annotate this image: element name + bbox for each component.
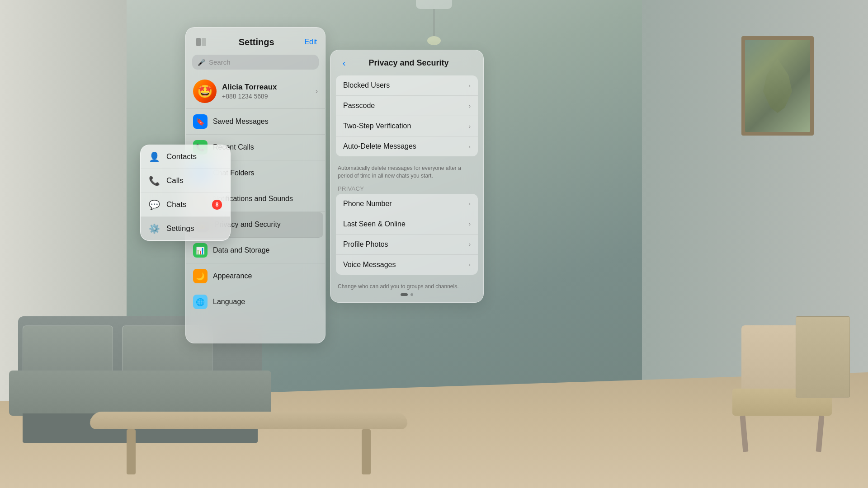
chats-nav-icon: 💬 bbox=[149, 199, 160, 210]
privacy-section-title: Privacy bbox=[330, 182, 483, 194]
privacy-group: Phone Number › Last Seen & Online › Prof… bbox=[336, 194, 478, 275]
scroll-dot-1 bbox=[410, 293, 413, 296]
settings-item-language[interactable]: 🌐 Language bbox=[186, 289, 325, 314]
chats-nav-label: Chats bbox=[166, 200, 186, 209]
contacts-nav-icon: 👤 bbox=[149, 151, 160, 162]
language-label: Language bbox=[213, 298, 318, 306]
ceiling-light bbox=[416, 0, 452, 9]
two-step-label: Two-Step Verification bbox=[343, 122, 469, 130]
light-cord bbox=[434, 9, 434, 36]
leaf-decoration bbox=[760, 59, 796, 113]
nav-item-settings[interactable]: ⚙️ Settings bbox=[141, 217, 230, 240]
svg-rect-1 bbox=[202, 38, 206, 46]
profile-photos-item[interactable]: Profile Photos › bbox=[336, 235, 478, 255]
phone-number-item[interactable]: Phone Number › bbox=[336, 194, 478, 214]
security-group: Blocked Users › Passcode › Two-Step Veri… bbox=[336, 75, 478, 156]
scroll-indicator bbox=[401, 293, 413, 296]
profile-chevron-icon: › bbox=[316, 87, 318, 95]
sofa-seat bbox=[9, 371, 271, 416]
chats-badge: 8 bbox=[212, 200, 222, 210]
profile-info: Alicia Torreaux +888 1234 5689 bbox=[222, 83, 310, 100]
table-top bbox=[88, 412, 410, 429]
edit-button[interactable]: Edit bbox=[304, 38, 317, 46]
floating-nav-menu: 👤 Contacts 📞 Calls 💬 Chats 8 ⚙️ Settings bbox=[140, 145, 231, 241]
auto-delete-chevron: › bbox=[469, 143, 471, 150]
profile-photos-label: Profile Photos bbox=[343, 240, 469, 249]
two-step-chevron: › bbox=[469, 123, 471, 130]
contacts-nav-label: Contacts bbox=[166, 152, 197, 161]
settings-item-saved-messages[interactable]: 🔖 Saved Messages bbox=[186, 109, 325, 135]
phone-number-chevron: › bbox=[469, 200, 471, 207]
privacy-title: Privacy and Security bbox=[354, 58, 476, 68]
passcode-chevron: › bbox=[469, 103, 471, 109]
search-placeholder: Search bbox=[209, 58, 231, 66]
auto-delete-item[interactable]: Auto-Delete Messages › bbox=[336, 136, 478, 156]
profile-row[interactable]: 🤩 Alicia Torreaux +888 1234 5689 › bbox=[186, 74, 325, 109]
last-seen-label: Last Seen & Online bbox=[343, 220, 469, 228]
coffee-table bbox=[90, 411, 407, 474]
privacy-header: ‹ Privacy and Security bbox=[330, 50, 483, 75]
profile-phone: +888 1234 5689 bbox=[222, 93, 310, 100]
back-icon: ‹ bbox=[343, 58, 346, 68]
appearance-label: Appearance bbox=[213, 272, 318, 280]
passcode-item[interactable]: Passcode › bbox=[336, 96, 478, 116]
passcode-label: Passcode bbox=[343, 102, 469, 110]
nav-item-calls[interactable]: 📞 Calls bbox=[141, 169, 230, 193]
calls-nav-label: Calls bbox=[166, 176, 184, 185]
blocked-users-label: Blocked Users bbox=[343, 81, 469, 89]
data-storage-icon: 📊 bbox=[193, 243, 208, 258]
profile-photos-chevron: › bbox=[469, 241, 471, 248]
voice-messages-item[interactable]: Voice Messages › bbox=[336, 255, 478, 275]
chair-leg-right bbox=[816, 416, 825, 452]
settings-title: Settings bbox=[239, 37, 274, 47]
settings-nav-label: Settings bbox=[166, 224, 194, 233]
two-step-item[interactable]: Two-Step Verification › bbox=[336, 116, 478, 136]
avatar: 🤩 bbox=[193, 80, 217, 103]
nav-item-contacts[interactable]: 👤 Contacts bbox=[141, 145, 230, 169]
wall-art bbox=[745, 40, 810, 132]
scroll-dot-active bbox=[401, 293, 408, 296]
nav-item-chats[interactable]: 💬 Chats 8 bbox=[141, 193, 230, 217]
profile-name: Alicia Torreaux bbox=[222, 83, 310, 92]
language-icon: 🌐 bbox=[193, 295, 208, 309]
last-seen-chevron: › bbox=[469, 221, 471, 227]
voice-messages-chevron: › bbox=[469, 261, 471, 268]
privacy-panel: ‹ Privacy and Security Blocked Users › P… bbox=[330, 50, 484, 303]
data-storage-label: Data and Storage bbox=[213, 246, 318, 254]
last-seen-item[interactable]: Last Seen & Online › bbox=[336, 214, 478, 235]
microphone-icon: 🎤 bbox=[198, 59, 205, 66]
saved-messages-icon: 🔖 bbox=[193, 114, 208, 129]
appearance-icon: 🌙 bbox=[193, 269, 208, 283]
blocked-users-chevron: › bbox=[469, 82, 471, 89]
back-button[interactable]: ‹ bbox=[338, 56, 350, 69]
chair-leg-left bbox=[740, 416, 749, 452]
voice-messages-label: Voice Messages bbox=[343, 261, 469, 269]
svg-rect-0 bbox=[196, 38, 201, 46]
auto-delete-note: Automatically delete messages for everyo… bbox=[330, 162, 483, 182]
phone-number-label: Phone Number bbox=[343, 200, 469, 208]
table-leg-right bbox=[362, 429, 371, 474]
settings-header: Settings Edit bbox=[186, 28, 325, 53]
table-leg-left bbox=[127, 429, 136, 474]
settings-item-appearance[interactable]: 🌙 Appearance bbox=[186, 263, 325, 289]
wall-art-frame bbox=[741, 36, 814, 136]
blocked-users-item[interactable]: Blocked Users › bbox=[336, 75, 478, 96]
saved-messages-label: Saved Messages bbox=[213, 117, 318, 126]
light-bulb bbox=[427, 36, 441, 45]
search-bar[interactable]: 🎤 Search bbox=[192, 55, 319, 70]
sidebar-toggle-button[interactable] bbox=[194, 35, 208, 49]
side-table bbox=[796, 316, 850, 398]
settings-item-data-storage[interactable]: 📊 Data and Storage bbox=[186, 238, 325, 263]
auto-delete-label: Auto-Delete Messages bbox=[343, 142, 469, 150]
voice-messages-note: Change who can add you to groups and cha… bbox=[330, 280, 483, 292]
calls-nav-icon: 📞 bbox=[149, 175, 160, 186]
settings-nav-icon: ⚙️ bbox=[149, 223, 160, 234]
